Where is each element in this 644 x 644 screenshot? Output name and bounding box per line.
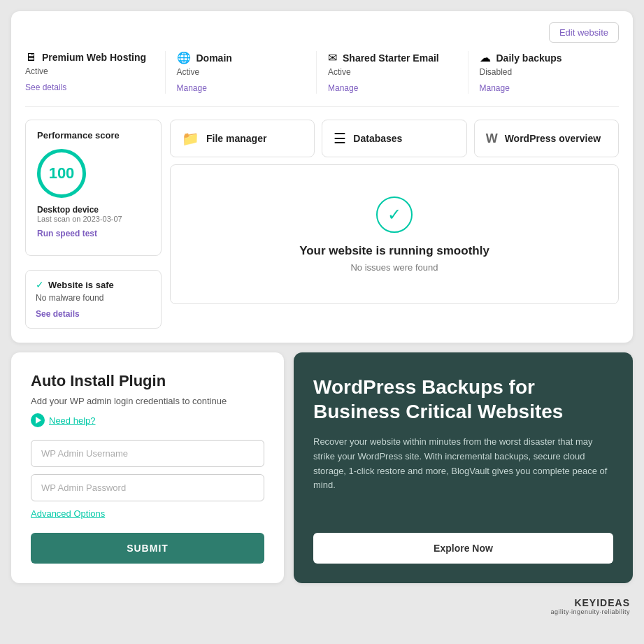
edit-website-button[interactable]: Edit website	[549, 22, 619, 43]
wp-admin-username-input[interactable]	[31, 440, 264, 467]
tool-wordpress-overview[interactable]: W WordPress overview	[474, 120, 619, 157]
submit-button[interactable]: SUBMIT	[31, 533, 264, 564]
auto-install-desc: Add your WP admin login credentials to c…	[31, 396, 264, 406]
safe-header: ✓ Website is safe	[36, 279, 151, 290]
play-triangle	[36, 417, 41, 424]
hosting-item-premium: 🖥 Premium Web Hosting Active See details	[25, 51, 166, 94]
wp-admin-password-input[interactable]	[31, 474, 264, 501]
safe-desc: No malware found	[36, 293, 151, 303]
safe-card: ✓ Website is safe No malware found See d…	[25, 270, 162, 329]
hosting-item-domain: 🌐 Domain Active Manage	[166, 51, 317, 94]
wordpress-label: WordPress overview	[505, 133, 601, 144]
hosting-link-email[interactable]: Manage	[328, 83, 358, 93]
scan-date: Last scan on 2023-03-07	[37, 215, 150, 223]
top-card: Edit website 🖥 Premium Web Hosting Activ…	[11, 11, 633, 343]
status-title: Your website is running smoothly	[299, 244, 489, 258]
wp-backup-desc: Recover your website within minutes from…	[313, 435, 613, 493]
device-label: Desktop device	[37, 205, 150, 215]
hosting-status-email: Active	[328, 67, 457, 77]
hosting-item-backups: ☁ Daily backups Disabled Manage	[468, 51, 620, 94]
hosting-title-premium: Premium Web Hosting	[42, 52, 146, 63]
big-check-icon: ✓	[387, 205, 401, 224]
hosting-item-header: 🖥 Premium Web Hosting	[25, 51, 154, 64]
help-link[interactable]: Need help?	[49, 415, 96, 426]
hosting-status-domain: Active	[177, 67, 306, 77]
databases-label: Databases	[353, 133, 402, 144]
file-manager-label: File manager	[206, 133, 266, 144]
safe-title: Website is safe	[48, 280, 114, 290]
play-icon	[31, 413, 45, 427]
tool-file-manager[interactable]: 📁 File manager	[170, 120, 315, 157]
big-check-circle: ✓	[376, 196, 413, 233]
hosting-item-header-backups: ☁ Daily backups	[480, 51, 608, 64]
tools-grid: 📁 File manager ☰ Databases W WordPress o…	[170, 120, 619, 157]
run-speed-link[interactable]: Run speed test	[37, 229, 150, 238]
safe-see-details-link[interactable]: See details	[36, 309, 80, 319]
help-link-row: Need help?	[31, 413, 264, 427]
wp-backup-content: WordPress Backups for Business Critical …	[313, 375, 613, 513]
performance-title: Performance score	[37, 130, 150, 141]
hosting-link-premium[interactable]: See details	[25, 83, 66, 92]
hosting-info-row: 🖥 Premium Web Hosting Active See details…	[25, 51, 619, 107]
databases-icon: ☰	[334, 130, 346, 147]
status-desc: No issues were found	[350, 262, 438, 273]
hosting-item-header-email: ✉ Shared Starter Email	[328, 51, 457, 64]
brand-name: KEYIDEAS	[550, 597, 630, 608]
main-container: Edit website 🖥 Premium Web Hosting Activ…	[11, 11, 633, 615]
hosting-item-header-domain: 🌐 Domain	[177, 51, 306, 64]
check-icon: ✓	[36, 279, 44, 290]
hosting-title-email: Shared Starter Email	[343, 52, 439, 64]
bottom-row: Auto Install Plugin Add your WP admin lo…	[11, 352, 633, 583]
advanced-options-link[interactable]: Advanced Options	[31, 508, 264, 519]
explore-now-button[interactable]: Explore Now	[313, 533, 613, 564]
hosting-title-backups: Daily backups	[496, 52, 562, 64]
hosting-link-domain[interactable]: Manage	[177, 83, 207, 93]
score-number: 100	[49, 164, 75, 183]
hosting-title-domain: Domain	[196, 52, 232, 64]
hosting-item-email: ✉ Shared Starter Email Active Manage	[317, 51, 468, 94]
hosting-link-backups[interactable]: Manage	[480, 83, 510, 93]
brand-block: KEYIDEAS agility·ingenuity·reliability	[550, 597, 630, 615]
wordpress-icon: W	[486, 131, 498, 146]
wp-backup-title: WordPress Backups for Business Critical …	[313, 375, 613, 424]
left-panel: Performance score 100 Desktop device Las…	[25, 120, 162, 329]
file-manager-icon: 📁	[182, 130, 199, 147]
hosting-icon-domain: 🌐	[177, 51, 191, 64]
auto-install-card: Auto Install Plugin Add your WP admin lo…	[11, 352, 284, 583]
bottom-section: Performance score 100 Desktop device Las…	[25, 120, 619, 329]
performance-card: Performance score 100 Desktop device Las…	[25, 120, 162, 256]
right-content: 📁 File manager ☰ Databases W WordPress o…	[170, 120, 619, 329]
hosting-status-backups: Disabled	[480, 67, 608, 77]
hosting-status-premium: Active	[25, 66, 154, 76]
hosting-icon-backups: ☁	[480, 51, 491, 64]
wp-backup-card: WordPress Backups for Business Critical …	[294, 352, 633, 583]
tool-databases[interactable]: ☰ Databases	[322, 120, 466, 157]
brand-tagline: agility·ingenuity·reliability	[550, 608, 630, 615]
footer-row: KEYIDEAS agility·ingenuity·reliability	[11, 593, 633, 615]
status-area: ✓ Your website is running smoothly No is…	[170, 164, 619, 304]
score-circle: 100	[37, 149, 86, 198]
hosting-icon-email: ✉	[328, 51, 337, 64]
hosting-icon-premium: 🖥	[25, 51, 36, 64]
edit-website-row: Edit website	[25, 22, 619, 43]
auto-install-title: Auto Install Plugin	[31, 372, 264, 390]
